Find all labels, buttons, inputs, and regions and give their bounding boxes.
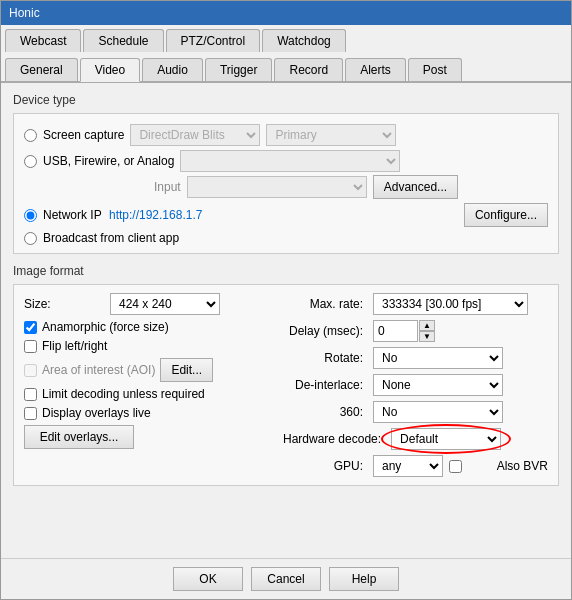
- tab-alerts[interactable]: Alerts: [345, 58, 406, 81]
- display-overlays-row: Display overlays live: [24, 406, 263, 420]
- usb-label: USB, Firewire, or Analog: [43, 154, 174, 168]
- screen-capture-radio[interactable]: [24, 129, 37, 142]
- deinterlace-label: De-interlace:: [283, 378, 363, 392]
- hardware-decode-row: Hardware decode: Default: [283, 428, 548, 450]
- cancel-button[interactable]: Cancel: [251, 567, 321, 591]
- usb-radio[interactable]: [24, 155, 37, 168]
- limit-checkbox[interactable]: [24, 388, 37, 401]
- aoi-row: Area of interest (AOI) Edit...: [24, 358, 263, 382]
- flip-row: Flip left/right: [24, 339, 263, 353]
- top-tab-row: Webcast Schedule PTZ/Control Watchdog: [1, 25, 571, 52]
- usb-row: USB, Firewire, or Analog: [24, 150, 548, 172]
- bottom-tab-row: General Video Audio Trigger Record Alert…: [1, 54, 571, 82]
- window-title: Honic: [9, 6, 40, 20]
- tab-webcast[interactable]: Webcast: [5, 29, 81, 52]
- rotate-select[interactable]: No: [373, 347, 503, 369]
- max-rate-row: Max. rate: 333334 [30.00 fps]: [283, 293, 548, 315]
- size-select[interactable]: 424 x 240: [110, 293, 220, 315]
- delay-spinner: ▲ ▼: [373, 320, 435, 342]
- hardware-decode-select[interactable]: Default: [391, 428, 501, 450]
- delay-label: Delay (msec):: [283, 324, 363, 338]
- edit-overlays-button[interactable]: Edit overlays...: [24, 425, 134, 449]
- broadcast-label: Broadcast from client app: [43, 231, 179, 245]
- delay-up-button[interactable]: ▲: [419, 320, 435, 331]
- tab-record[interactable]: Record: [274, 58, 343, 81]
- size-row: Size: 424 x 240: [24, 293, 263, 315]
- rotate-row: Rotate: No: [283, 347, 548, 369]
- delay-row: Delay (msec): ▲ ▼: [283, 320, 548, 342]
- hardware-decode-label: Hardware decode:: [283, 432, 381, 446]
- display-overlays-label: Display overlays live: [42, 406, 151, 420]
- rotate-label: Rotate:: [283, 351, 363, 365]
- ok-button[interactable]: OK: [173, 567, 243, 591]
- also-bvr-checkbox[interactable]: [449, 460, 462, 473]
- aoi-edit-button[interactable]: Edit...: [160, 358, 213, 382]
- image-format-columns: Size: 424 x 240 Anamorphic (force size) …: [24, 293, 548, 477]
- input-row: Input Advanced...: [34, 175, 548, 199]
- deinterlace-select[interactable]: None: [373, 374, 503, 396]
- help-button[interactable]: Help: [329, 567, 399, 591]
- delay-spinner-buttons: ▲ ▼: [419, 320, 435, 342]
- limit-row: Limit decoding unless required: [24, 387, 263, 401]
- screen-capture-label: Screen capture: [43, 128, 124, 142]
- aoi-label: Area of interest (AOI): [42, 363, 155, 377]
- image-format-label: Image format: [13, 264, 559, 278]
- tab-schedule[interactable]: Schedule: [83, 29, 163, 52]
- right-column: Max. rate: 333334 [30.00 fps] Delay (mse…: [283, 293, 548, 477]
- 360-row: 360: No: [283, 401, 548, 423]
- delay-down-button[interactable]: ▼: [419, 331, 435, 342]
- gpu-label: GPU:: [283, 459, 363, 473]
- network-ip-label: Network IP: [43, 208, 103, 222]
- footer: OK Cancel Help: [1, 558, 571, 599]
- limit-label: Limit decoding unless required: [42, 387, 205, 401]
- tab-watchdog[interactable]: Watchdog: [262, 29, 346, 52]
- title-bar: Honic: [1, 1, 571, 25]
- tab-general[interactable]: General: [5, 58, 78, 81]
- tab-post[interactable]: Post: [408, 58, 462, 81]
- 360-label: 360:: [283, 405, 363, 419]
- hardware-decode-wrap: Default: [391, 428, 501, 450]
- network-ip-row: Network IP http://192.168.1.7 Configure.…: [24, 203, 548, 227]
- left-column: Size: 424 x 240 Anamorphic (force size) …: [24, 293, 263, 477]
- main-window: Honic Webcast Schedule PTZ/Control Watch…: [0, 0, 572, 600]
- top-tabs-container: Webcast Schedule PTZ/Control Watchdog Ge…: [1, 25, 571, 83]
- input-label: Input: [154, 180, 181, 194]
- advanced-button[interactable]: Advanced...: [373, 175, 458, 199]
- tab-audio[interactable]: Audio: [142, 58, 203, 81]
- broadcast-radio[interactable]: [24, 232, 37, 245]
- network-ip-radio[interactable]: [24, 209, 37, 222]
- tab-video[interactable]: Video: [80, 58, 140, 82]
- gpu-select[interactable]: any: [373, 455, 443, 477]
- anamorphic-label: Anamorphic (force size): [42, 320, 169, 334]
- content-area: Device type Screen capture DirectDraw Bl…: [1, 83, 571, 558]
- edit-overlays-row: Edit overlays...: [24, 425, 263, 449]
- input-select[interactable]: [187, 176, 367, 198]
- deinterlace-row: De-interlace: None: [283, 374, 548, 396]
- tab-trigger[interactable]: Trigger: [205, 58, 273, 81]
- flip-label: Flip left/right: [42, 339, 107, 353]
- anamorphic-row: Anamorphic (force size): [24, 320, 263, 334]
- flip-checkbox[interactable]: [24, 340, 37, 353]
- device-type-label: Device type: [13, 93, 559, 107]
- delay-input[interactable]: [373, 320, 418, 342]
- display-overlays-checkbox[interactable]: [24, 407, 37, 420]
- gpu-row: GPU: any Also BVR: [283, 455, 548, 477]
- network-ip-link[interactable]: http://192.168.1.7: [109, 208, 202, 222]
- max-rate-label: Max. rate:: [283, 297, 363, 311]
- anamorphic-checkbox[interactable]: [24, 321, 37, 334]
- max-rate-select[interactable]: 333334 [30.00 fps]: [373, 293, 528, 315]
- tab-ptz-control[interactable]: PTZ/Control: [166, 29, 261, 52]
- size-label: Size:: [24, 297, 104, 311]
- configure-button[interactable]: Configure...: [464, 203, 548, 227]
- 360-select[interactable]: No: [373, 401, 503, 423]
- image-format-box: Size: 424 x 240 Anamorphic (force size) …: [13, 284, 559, 486]
- screen-capture-row: Screen capture DirectDraw Blits Primary: [24, 124, 548, 146]
- usb-select[interactable]: [180, 150, 400, 172]
- broadcast-row: Broadcast from client app: [24, 231, 548, 245]
- also-bvr-label: Also BVR: [468, 459, 548, 473]
- aoi-checkbox[interactable]: [24, 364, 37, 377]
- screen-capture-select1[interactable]: DirectDraw Blits: [130, 124, 260, 146]
- screen-capture-select2[interactable]: Primary: [266, 124, 396, 146]
